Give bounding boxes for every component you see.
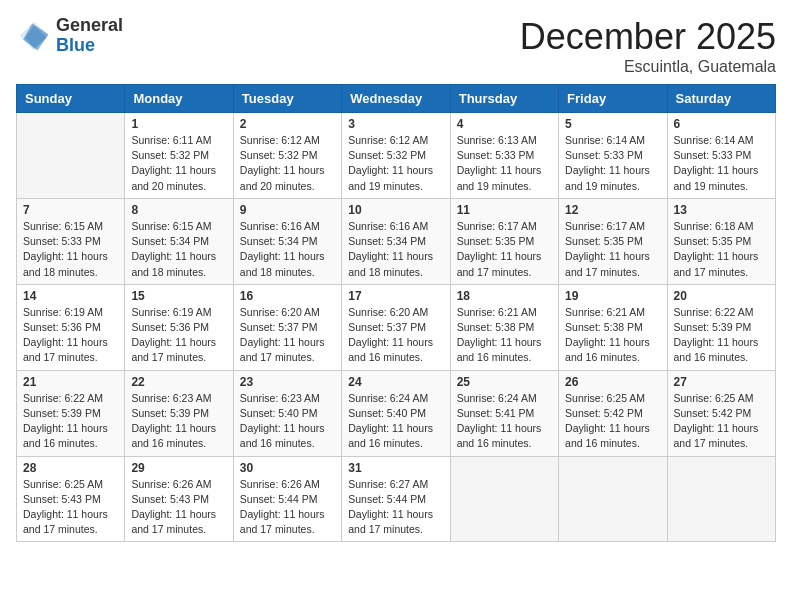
calendar-cell: 21Sunrise: 6:22 AM Sunset: 5:39 PM Dayli… <box>17 370 125 456</box>
month-title: December 2025 <box>520 16 776 58</box>
day-info: Sunrise: 6:25 AM Sunset: 5:42 PM Dayligh… <box>565 391 660 452</box>
day-number: 11 <box>457 203 552 217</box>
calendar-week: 1Sunrise: 6:11 AM Sunset: 5:32 PM Daylig… <box>17 113 776 199</box>
calendar-cell: 14Sunrise: 6:19 AM Sunset: 5:36 PM Dayli… <box>17 284 125 370</box>
day-info: Sunrise: 6:25 AM Sunset: 5:42 PM Dayligh… <box>674 391 769 452</box>
day-number: 4 <box>457 117 552 131</box>
day-number: 6 <box>674 117 769 131</box>
day-number: 17 <box>348 289 443 303</box>
day-info: Sunrise: 6:22 AM Sunset: 5:39 PM Dayligh… <box>674 305 769 366</box>
calendar-cell: 4Sunrise: 6:13 AM Sunset: 5:33 PM Daylig… <box>450 113 558 199</box>
calendar-cell <box>17 113 125 199</box>
calendar-cell: 19Sunrise: 6:21 AM Sunset: 5:38 PM Dayli… <box>559 284 667 370</box>
day-info: Sunrise: 6:25 AM Sunset: 5:43 PM Dayligh… <box>23 477 118 538</box>
calendar-cell: 31Sunrise: 6:27 AM Sunset: 5:44 PM Dayli… <box>342 456 450 542</box>
calendar-cell: 30Sunrise: 6:26 AM Sunset: 5:44 PM Dayli… <box>233 456 341 542</box>
calendar-cell: 1Sunrise: 6:11 AM Sunset: 5:32 PM Daylig… <box>125 113 233 199</box>
day-number: 9 <box>240 203 335 217</box>
day-number: 1 <box>131 117 226 131</box>
calendar-cell: 17Sunrise: 6:20 AM Sunset: 5:37 PM Dayli… <box>342 284 450 370</box>
day-number: 20 <box>674 289 769 303</box>
day-number: 26 <box>565 375 660 389</box>
logo: General Blue <box>16 16 123 56</box>
day-info: Sunrise: 6:22 AM Sunset: 5:39 PM Dayligh… <box>23 391 118 452</box>
day-header: Friday <box>559 85 667 113</box>
calendar-cell: 25Sunrise: 6:24 AM Sunset: 5:41 PM Dayli… <box>450 370 558 456</box>
day-number: 25 <box>457 375 552 389</box>
day-info: Sunrise: 6:11 AM Sunset: 5:32 PM Dayligh… <box>131 133 226 194</box>
calendar-week: 14Sunrise: 6:19 AM Sunset: 5:36 PM Dayli… <box>17 284 776 370</box>
day-number: 30 <box>240 461 335 475</box>
calendar-week: 21Sunrise: 6:22 AM Sunset: 5:39 PM Dayli… <box>17 370 776 456</box>
day-info: Sunrise: 6:21 AM Sunset: 5:38 PM Dayligh… <box>565 305 660 366</box>
day-info: Sunrise: 6:20 AM Sunset: 5:37 PM Dayligh… <box>348 305 443 366</box>
calendar-cell: 26Sunrise: 6:25 AM Sunset: 5:42 PM Dayli… <box>559 370 667 456</box>
day-number: 2 <box>240 117 335 131</box>
day-number: 29 <box>131 461 226 475</box>
day-number: 28 <box>23 461 118 475</box>
day-number: 14 <box>23 289 118 303</box>
calendar-cell: 6Sunrise: 6:14 AM Sunset: 5:33 PM Daylig… <box>667 113 775 199</box>
logo-blue: Blue <box>56 36 123 56</box>
day-info: Sunrise: 6:15 AM Sunset: 5:34 PM Dayligh… <box>131 219 226 280</box>
calendar-cell: 10Sunrise: 6:16 AM Sunset: 5:34 PM Dayli… <box>342 198 450 284</box>
calendar-week: 28Sunrise: 6:25 AM Sunset: 5:43 PM Dayli… <box>17 456 776 542</box>
day-number: 10 <box>348 203 443 217</box>
calendar-cell: 15Sunrise: 6:19 AM Sunset: 5:36 PM Dayli… <box>125 284 233 370</box>
day-header: Saturday <box>667 85 775 113</box>
day-number: 8 <box>131 203 226 217</box>
calendar-cell: 12Sunrise: 6:17 AM Sunset: 5:35 PM Dayli… <box>559 198 667 284</box>
calendar-cell: 13Sunrise: 6:18 AM Sunset: 5:35 PM Dayli… <box>667 198 775 284</box>
day-info: Sunrise: 6:14 AM Sunset: 5:33 PM Dayligh… <box>674 133 769 194</box>
location: Escuintla, Guatemala <box>520 58 776 76</box>
calendar-cell <box>667 456 775 542</box>
day-info: Sunrise: 6:16 AM Sunset: 5:34 PM Dayligh… <box>240 219 335 280</box>
calendar-week: 7Sunrise: 6:15 AM Sunset: 5:33 PM Daylig… <box>17 198 776 284</box>
calendar-cell: 18Sunrise: 6:21 AM Sunset: 5:38 PM Dayli… <box>450 284 558 370</box>
calendar-cell <box>559 456 667 542</box>
calendar: SundayMondayTuesdayWednesdayThursdayFrid… <box>16 84 776 542</box>
day-header: Monday <box>125 85 233 113</box>
day-info: Sunrise: 6:18 AM Sunset: 5:35 PM Dayligh… <box>674 219 769 280</box>
day-number: 31 <box>348 461 443 475</box>
calendar-cell: 23Sunrise: 6:23 AM Sunset: 5:40 PM Dayli… <box>233 370 341 456</box>
title-area: December 2025 Escuintla, Guatemala <box>520 16 776 76</box>
day-info: Sunrise: 6:21 AM Sunset: 5:38 PM Dayligh… <box>457 305 552 366</box>
day-number: 23 <box>240 375 335 389</box>
day-header: Wednesday <box>342 85 450 113</box>
day-info: Sunrise: 6:24 AM Sunset: 5:40 PM Dayligh… <box>348 391 443 452</box>
day-info: Sunrise: 6:20 AM Sunset: 5:37 PM Dayligh… <box>240 305 335 366</box>
day-number: 12 <box>565 203 660 217</box>
day-info: Sunrise: 6:15 AM Sunset: 5:33 PM Dayligh… <box>23 219 118 280</box>
day-header: Thursday <box>450 85 558 113</box>
day-info: Sunrise: 6:19 AM Sunset: 5:36 PM Dayligh… <box>131 305 226 366</box>
day-info: Sunrise: 6:19 AM Sunset: 5:36 PM Dayligh… <box>23 305 118 366</box>
day-number: 5 <box>565 117 660 131</box>
calendar-cell <box>450 456 558 542</box>
day-number: 16 <box>240 289 335 303</box>
calendar-cell: 9Sunrise: 6:16 AM Sunset: 5:34 PM Daylig… <box>233 198 341 284</box>
day-header: Sunday <box>17 85 125 113</box>
day-number: 13 <box>674 203 769 217</box>
calendar-cell: 7Sunrise: 6:15 AM Sunset: 5:33 PM Daylig… <box>17 198 125 284</box>
calendar-cell: 2Sunrise: 6:12 AM Sunset: 5:32 PM Daylig… <box>233 113 341 199</box>
day-number: 24 <box>348 375 443 389</box>
day-info: Sunrise: 6:24 AM Sunset: 5:41 PM Dayligh… <box>457 391 552 452</box>
day-info: Sunrise: 6:17 AM Sunset: 5:35 PM Dayligh… <box>457 219 552 280</box>
logo-text: General Blue <box>56 16 123 56</box>
calendar-cell: 24Sunrise: 6:24 AM Sunset: 5:40 PM Dayli… <box>342 370 450 456</box>
calendar-cell: 5Sunrise: 6:14 AM Sunset: 5:33 PM Daylig… <box>559 113 667 199</box>
day-info: Sunrise: 6:13 AM Sunset: 5:33 PM Dayligh… <box>457 133 552 194</box>
day-header: Tuesday <box>233 85 341 113</box>
day-info: Sunrise: 6:23 AM Sunset: 5:39 PM Dayligh… <box>131 391 226 452</box>
day-info: Sunrise: 6:17 AM Sunset: 5:35 PM Dayligh… <box>565 219 660 280</box>
calendar-cell: 8Sunrise: 6:15 AM Sunset: 5:34 PM Daylig… <box>125 198 233 284</box>
day-info: Sunrise: 6:23 AM Sunset: 5:40 PM Dayligh… <box>240 391 335 452</box>
calendar-body: 1Sunrise: 6:11 AM Sunset: 5:32 PM Daylig… <box>17 113 776 542</box>
day-number: 3 <box>348 117 443 131</box>
day-number: 18 <box>457 289 552 303</box>
day-info: Sunrise: 6:27 AM Sunset: 5:44 PM Dayligh… <box>348 477 443 538</box>
calendar-cell: 28Sunrise: 6:25 AM Sunset: 5:43 PM Dayli… <box>17 456 125 542</box>
day-number: 19 <box>565 289 660 303</box>
day-info: Sunrise: 6:14 AM Sunset: 5:33 PM Dayligh… <box>565 133 660 194</box>
